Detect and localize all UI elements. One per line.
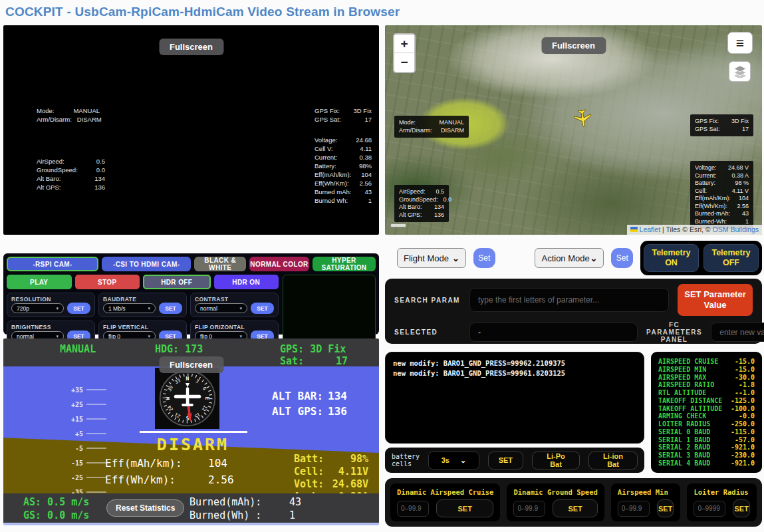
rspi-cam-button[interactable]: -RSPI CAM- [7,257,98,271]
hud-panel: MANUAL HDG: 173 GPS: 3D Fix Sat:17 Fulls… [3,338,379,525]
telemetry-row: Burned Wh:1 [315,196,372,205]
black-and-white-button[interactable]: BLACK & WHITE [194,257,246,271]
dinamic-airspeed-cruise-set-button[interactable]: SET [436,499,493,517]
svg-text:W: W [164,396,170,400]
pitch-mark: +35 [67,386,106,394]
pitch-tick-line [86,491,106,493]
altitude-block: ALT BAR:134 ALT GPS:136 [272,388,347,419]
horizon-reference-line [140,431,247,433]
baudrate-set-button[interactable]: SET [159,303,182,314]
quick-set-row: Dinamic Airspeed Cruise SET Dinamic Grou… [385,478,762,527]
console-line: new modify: BARO1_GND_PRESS=99962.210937… [393,358,636,368]
pitch-tick-line [86,389,106,390]
pitch-tick-line [86,448,106,449]
burned-readout: Burned(mAh):43 Burned(Wh) :1 [190,495,301,522]
parameter-row: TAKEOFF ALTITUDE-100.0 [658,405,755,412]
mode-row: Flight Mode⌄ Set Action Mode⌄ Set Teleme… [385,241,762,275]
dinamic-ground-speed-input[interactable] [513,501,545,517]
map-speed-overlay: AirSpeed:0.5GroundSpeed:0.0Alt Baro:134A… [394,185,449,222]
battery-cells-select[interactable]: 3s⌄ [428,452,479,469]
reset-statistics-button[interactable]: Reset Statistics [106,499,184,517]
baudrate-select[interactable]: 1 Mb/s▾ [103,303,156,313]
hud-horizon-area: N 3 6 E 12 15 S 21 24 W 30 33 [3,366,379,493]
contrast-select[interactable]: normal▾ [195,303,247,313]
telemetry-row: Current:0.38 [315,153,372,162]
map-panel[interactable]: + − Fullscreen ≡ [385,25,762,235]
pitch-mark: -35 [67,488,106,493]
pitch-tick-line [86,433,106,434]
camera-settings-grid: RESOLUTION 720p▾ SET BAUDRATE 1 Mb/s▾ [7,293,279,345]
search-param-input[interactable] [469,288,669,312]
zoom-in-button[interactable]: + [394,35,414,53]
csi-to-hdmi-cam-button[interactable]: -CSI TO HDMI CAM- [102,257,191,271]
page-title: COCKPIT - UsbCam-RpiCam-HdmiCam Video St… [3,2,762,25]
parameter-row: TAKEOFF DISTANCE-125.0 [658,397,755,404]
baudrate-label: BAUDRATE [103,296,182,303]
resolution-label: RESOLUTION [11,296,90,303]
airspeed-min-set-button[interactable]: SET [657,499,674,517]
contrast-set-button[interactable]: SET [251,303,274,314]
telemetry-row: Battery:98% [315,162,372,170]
pitch-tick-line [86,477,106,478]
new-value-input[interactable] [711,323,764,342]
loiter-radius-input[interactable] [694,501,725,517]
parameter-row: SERIAL 3 BAUD-230.0 [658,452,755,459]
resolution-group: RESOLUTION 720p▾ SET [7,293,95,317]
stop-button[interactable]: STOP [75,275,140,289]
parameter-row: SERIAL 4 BAUD-921.0 [658,460,755,467]
parameter-row: SERIAL 0 BAUD-115.0 [658,428,755,436]
uav-marker-icon[interactable] [572,107,593,128]
hud-heading: HDG: 173 [155,343,203,355]
hud-fullscreen-button[interactable]: Fullscreen [159,356,223,373]
map-layers-button[interactable] [729,61,751,82]
flag-icon [630,227,638,232]
contrast-group: CONTRAST normal▾ SET [190,293,279,317]
action-mode-select[interactable]: Action Mode⌄ [535,248,604,268]
baudrate-group: BAUDRATE 1 Mb/s▾ SET [98,293,187,317]
telemetry-row: Cell:4.11 V [695,188,749,196]
telemetry-row: Arm/Disarm:DISARM [399,127,464,135]
svg-text:N: N [186,376,189,382]
panel-title: Dinamic Airspeed Cruise [397,488,493,496]
dinamic-airspeed-cruise-input[interactable] [397,501,429,517]
search-param-label: SEARCH PARAM [394,297,461,304]
telemetry-off-button[interactable]: TelemetryOFF [703,244,759,272]
resolution-set-button[interactable]: SET [67,303,90,314]
battery-cells-set-button[interactable]: SET [488,452,523,469]
hdr-off-button[interactable]: HDR OFF [143,275,211,289]
set-parameter-value-button[interactable]: SET ParameterValue [678,284,753,316]
parameter-row: AIRSPEED MAX-30.0 [658,374,755,381]
zoom-out-button[interactable]: − [394,53,414,72]
leaflet-link[interactable]: Leaflet [640,225,661,233]
pitch-tick-line [86,418,106,420]
flight-mode-set-button[interactable]: Set [473,248,495,268]
liion-battery-button[interactable]: Li-ion Bat [588,452,638,469]
telemetry-toggle-box: TelemetryON TelemetryOFF [640,241,762,275]
resolution-select[interactable]: 720p▾ [11,303,64,313]
play-button[interactable]: PLAY [7,275,72,289]
airspeed-min-input[interactable] [618,501,650,517]
telemetry-row: Mode:MANUAL [37,106,100,115]
video-gps-overlay: GPS Fix:3D FixGPS Sat:17 [315,106,372,124]
disarm-status: DISARM [120,435,266,454]
map-fullscreen-button[interactable]: Fullscreen [541,37,606,54]
battery-cells-label: batterycells [392,453,420,467]
action-mode-set-button[interactable]: Set [611,248,633,268]
pitch-mark: +25 [67,400,106,408]
selected-param-input[interactable] [469,323,638,342]
parameter-row: SERIAL 2 BAUD-921.0 [658,444,755,451]
loiter-radius-set-button[interactable]: SET [733,499,750,517]
telemetry-on-button[interactable]: TelemetryON [644,244,699,272]
lipo-battery-button[interactable]: Li-Po Bat [532,452,580,469]
osm-buildings-link[interactable]: OSM Buildings [713,225,759,233]
dinamic-ground-speed-set-button[interactable]: SET [553,499,597,517]
hyper-saturation-button[interactable]: HYPER SATURATION [313,257,376,271]
flight-mode-select[interactable]: Flight Mode⌄ [397,248,466,268]
map-menu-button[interactable]: ≡ [727,32,753,54]
parameter-row: AIRSPEED CRUISE-15.0 [658,358,755,365]
normal-color-button[interactable]: NORMAL COLOR [249,257,309,271]
panel-title: Loiter Radius [694,488,750,496]
video-fullscreen-button[interactable]: Fullscreen [159,39,223,55]
telemetry-row: GPS Sat:17 [695,126,749,134]
hdr-on-button[interactable]: HDR ON [214,275,279,289]
